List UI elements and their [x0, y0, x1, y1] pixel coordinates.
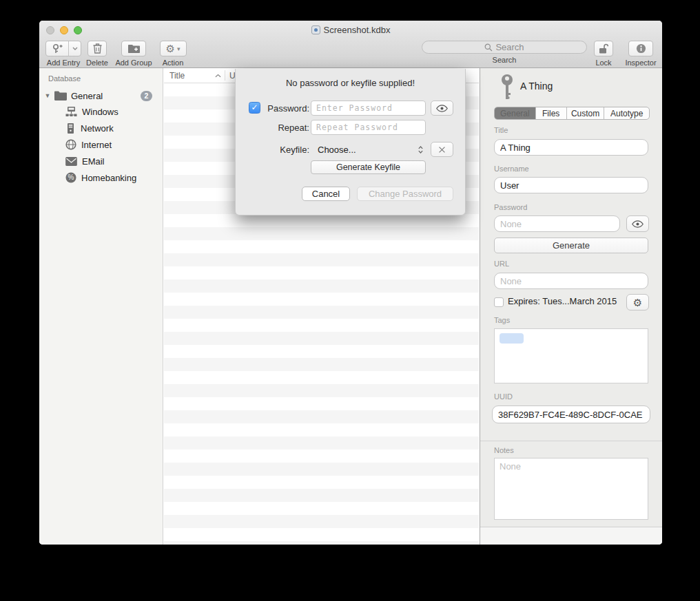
- app-window: Screenshot.kdbx Add Entry: [39, 21, 662, 545]
- tab-custom[interactable]: Custom: [566, 107, 604, 119]
- table-row: [164, 293, 479, 306]
- action-button[interactable]: ⚙ ▾: [160, 41, 187, 56]
- expires-settings-button[interactable]: ⚙: [626, 294, 649, 310]
- tag-pill[interactable]: [500, 333, 524, 344]
- title-field[interactable]: [494, 139, 648, 156]
- keyfile-label: Keyfile:: [260, 145, 309, 155]
- key-plus-icon: [46, 41, 68, 56]
- sheet-password-input[interactable]: [311, 101, 426, 116]
- add-entry-dropdown[interactable]: [68, 41, 81, 56]
- generate-keyfile-button[interactable]: Generate Keyfile: [311, 160, 426, 174]
- change-password-sheet: No password or keyfile supplied! ✓ Passw…: [235, 69, 466, 215]
- table-row: [164, 436, 479, 450]
- password-checkbox[interactable]: ✓: [249, 102, 260, 114]
- document-proxy-icon: [311, 25, 320, 34]
- search-input[interactable]: Search: [422, 41, 587, 54]
- stepper-icon: [418, 145, 424, 155]
- delete-button[interactable]: [88, 41, 107, 56]
- window-title-area: Screenshot.kdbx: [39, 25, 662, 35]
- table-row: [164, 423, 479, 436]
- desktop: Screenshot.kdbx Add Entry: [0, 0, 700, 601]
- window-header: Screenshot.kdbx Add Entry: [39, 21, 662, 68]
- table-row: [164, 253, 479, 266]
- url-field[interactable]: [494, 273, 648, 289]
- lock-label: Lock: [595, 59, 611, 67]
- table-row: [164, 397, 479, 410]
- internet-group-icon: [65, 139, 76, 150]
- table-row: [164, 240, 479, 253]
- sidebar-item-email[interactable]: EMail: [65, 154, 163, 168]
- sheet-reveal-password-button[interactable]: [431, 101, 453, 116]
- username-field-label: Username: [494, 165, 529, 173]
- change-password-button[interactable]: Change Password: [357, 187, 453, 201]
- column-header-title[interactable]: Title: [169, 71, 185, 81]
- sheet-repeat-input[interactable]: [311, 120, 426, 135]
- delete-label: Delete: [86, 59, 108, 67]
- tab-general[interactable]: General: [495, 107, 535, 119]
- add-entry-label: Add Entry: [47, 59, 80, 67]
- sheet-warning-message: No password or keyfile supplied!: [236, 78, 465, 88]
- table-row: [164, 227, 479, 240]
- sidebar: Database ▼ General 2 Windows: [39, 68, 163, 545]
- table-row: [164, 345, 479, 358]
- search-placeholder: Search: [495, 42, 524, 52]
- table-row: [164, 319, 479, 332]
- chevron-down-icon: ▾: [177, 45, 181, 52]
- expires-checkbox[interactable]: [494, 297, 504, 307]
- keyfile-popup-value: Choose...: [318, 145, 356, 155]
- table-row: [164, 306, 479, 319]
- reveal-password-button[interactable]: [626, 215, 649, 232]
- tab-files[interactable]: Files: [535, 107, 566, 119]
- sidebar-item-windows[interactable]: Windows: [65, 105, 163, 118]
- table-row: [164, 371, 479, 384]
- folder-plus-icon: [128, 44, 140, 53]
- gear-icon: ⚙: [633, 297, 642, 308]
- table-row: [164, 332, 479, 345]
- table-row: [164, 502, 479, 515]
- expires-label: Expires: Tues...March 2015: [508, 296, 617, 306]
- sidebar-item-homebanking[interactable]: % Homebanking: [65, 171, 163, 184]
- windows-group-icon: [65, 107, 77, 117]
- table-row: [164, 410, 479, 423]
- open-padlock-icon: [599, 43, 608, 54]
- username-field[interactable]: [494, 177, 648, 193]
- chevron-down-icon: [72, 47, 78, 50]
- clear-keyfile-button[interactable]: [431, 142, 453, 157]
- disclosure-triangle-icon[interactable]: ▼: [43, 92, 52, 99]
- gear-icon: ⚙: [166, 43, 175, 54]
- cancel-button[interactable]: Cancel: [302, 187, 350, 201]
- inspector-button[interactable]: [628, 41, 653, 56]
- key-icon: [500, 74, 515, 101]
- column-divider[interactable]: [225, 70, 225, 81]
- tags-field[interactable]: [494, 328, 648, 383]
- entry-title: A Thing: [520, 81, 553, 92]
- add-group-button[interactable]: [121, 41, 146, 56]
- sidebar-item-network[interactable]: Network: [65, 121, 163, 135]
- uuid-field[interactable]: [492, 405, 650, 423]
- table-row: [164, 541, 479, 545]
- title-field-label: Title: [494, 126, 508, 134]
- inspector-panel: A Thing General Files Custom Autotype Ti…: [480, 68, 662, 545]
- sidebar-item-general[interactable]: ▼ General 2: [43, 89, 163, 103]
- sidebar-item-label: Homebanking: [81, 173, 136, 183]
- sidebar-item-internet[interactable]: Internet: [65, 138, 163, 151]
- notes-field[interactable]: [494, 458, 648, 520]
- tags-field-label: Tags: [494, 316, 510, 324]
- password-field[interactable]: [494, 215, 620, 232]
- table-row: [164, 214, 479, 227]
- table-row: [164, 463, 479, 476]
- tab-autotype[interactable]: Autotype: [604, 107, 649, 119]
- table-row: [164, 358, 479, 371]
- lock-button[interactable]: [594, 41, 613, 56]
- email-group-icon: [65, 157, 77, 166]
- sort-ascending-icon: [215, 74, 221, 78]
- folder-icon: [54, 91, 67, 101]
- table-row: [164, 476, 479, 489]
- magnifier-icon: [484, 43, 493, 52]
- sidebar-item-label: Internet: [81, 140, 112, 150]
- add-entry-button[interactable]: [45, 41, 81, 56]
- keyfile-popup[interactable]: Choose...: [318, 142, 426, 157]
- trash-icon: [93, 43, 102, 54]
- generate-password-button[interactable]: Generate: [494, 238, 648, 253]
- table-row: [164, 528, 479, 541]
